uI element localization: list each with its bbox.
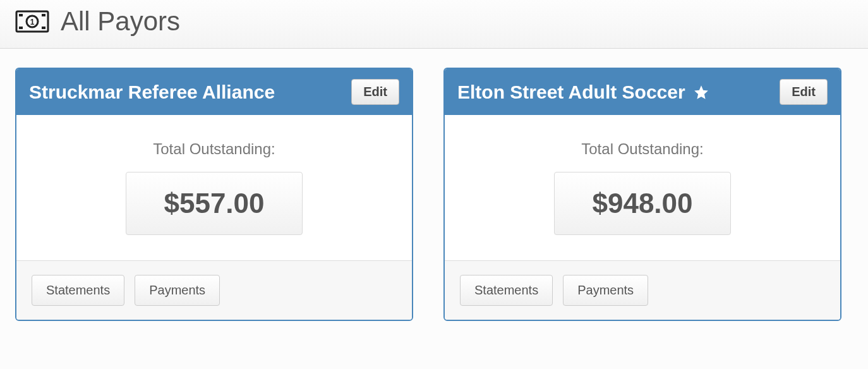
outstanding-amount: $948.00 [554, 172, 731, 235]
svg-rect-5 [19, 27, 23, 29]
svg-rect-3 [19, 14, 23, 16]
outstanding-amount: $557.00 [126, 172, 303, 235]
payor-name: Elton Street Adult Soccer [457, 82, 685, 103]
svg-text:1: 1 [30, 18, 35, 27]
payor-card-body: Total Outstanding: $557.00 [16, 115, 412, 260]
statements-button[interactable]: Statements [32, 275, 124, 306]
page-header: 1 All Payors [0, 0, 868, 49]
payor-card-body: Total Outstanding: $948.00 [445, 115, 840, 260]
payor-title-wrap: Struckmar Referee Alliance [29, 82, 275, 103]
total-outstanding-label: Total Outstanding: [32, 140, 397, 158]
payor-card: Elton Street Adult Soccer Edit Total Out… [443, 68, 841, 321]
payor-name: Struckmar Referee Alliance [29, 82, 275, 103]
money-icon: 1 [15, 10, 49, 33]
payor-card: Struckmar Referee Alliance Edit Total Ou… [15, 68, 413, 321]
statements-button[interactable]: Statements [460, 275, 553, 306]
payor-card-header: Elton Street Adult Soccer Edit [445, 69, 840, 115]
edit-button[interactable]: Edit [351, 79, 399, 105]
total-outstanding-label: Total Outstanding: [460, 140, 825, 158]
payments-button[interactable]: Payments [563, 275, 648, 306]
svg-rect-6 [42, 27, 45, 29]
payments-button[interactable]: Payments [135, 275, 220, 306]
svg-rect-4 [42, 14, 45, 16]
payor-card-footer: Statements Payments [445, 260, 840, 320]
payor-card-header: Struckmar Referee Alliance Edit [16, 69, 412, 115]
payor-cards-container: Struckmar Referee Alliance Edit Total Ou… [0, 49, 868, 340]
edit-button[interactable]: Edit [780, 79, 828, 105]
payor-title-wrap: Elton Street Adult Soccer [457, 82, 709, 103]
star-icon [693, 84, 709, 100]
page-title: All Payors [61, 6, 180, 37]
payor-card-footer: Statements Payments [16, 260, 412, 320]
